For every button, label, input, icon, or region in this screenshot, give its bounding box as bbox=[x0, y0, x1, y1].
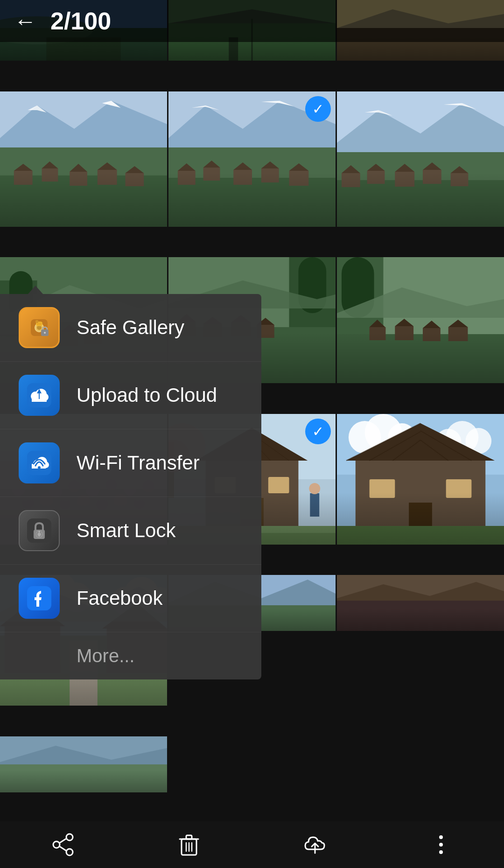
photo-cell[interactable] bbox=[337, 414, 504, 545]
share-button[interactable] bbox=[44, 826, 82, 863]
svg-rect-24 bbox=[126, 173, 144, 186]
upload-cloud-icon bbox=[19, 375, 60, 416]
share-menu: Safe Gallery Upload to Cloud bbox=[0, 294, 261, 679]
svg-rect-144 bbox=[356, 461, 485, 535]
svg-rect-22 bbox=[98, 170, 117, 185]
photo-cell[interactable] bbox=[337, 257, 504, 383]
svg-rect-212 bbox=[186, 835, 192, 839]
svg-point-218 bbox=[439, 843, 443, 847]
more-options-icon bbox=[429, 833, 453, 857]
photo-cell[interactable]: ✓ bbox=[168, 91, 336, 227]
more-label: More... bbox=[19, 645, 134, 666]
photo-cell[interactable] bbox=[337, 575, 504, 631]
svg-rect-54 bbox=[423, 170, 441, 184]
svg-point-217 bbox=[439, 835, 443, 839]
svg-point-205 bbox=[66, 834, 73, 840]
facebook-label: Facebook bbox=[77, 587, 162, 609]
svg-point-206 bbox=[53, 841, 60, 848]
lock-icon-svg bbox=[27, 518, 51, 543]
smart-lock-label: Smart Lock bbox=[77, 519, 175, 542]
svg-rect-18 bbox=[42, 168, 58, 182]
svg-rect-153 bbox=[409, 503, 432, 535]
share-icon bbox=[51, 833, 75, 857]
menu-item-more[interactable]: More... bbox=[0, 632, 261, 679]
svg-rect-177 bbox=[0, 764, 167, 792]
svg-rect-15 bbox=[0, 175, 167, 227]
svg-rect-40 bbox=[289, 171, 309, 186]
facebook-icon-svg bbox=[27, 586, 51, 610]
wifi-icon-svg bbox=[27, 451, 51, 475]
svg-point-185 bbox=[44, 332, 46, 334]
safe-gallery-label: Safe Gallery bbox=[77, 316, 184, 339]
svg-rect-174 bbox=[337, 598, 504, 631]
svg-rect-130 bbox=[268, 477, 289, 493]
svg-rect-32 bbox=[178, 171, 196, 185]
menu-item-facebook[interactable]: Facebook bbox=[0, 565, 261, 632]
menu-item-smart-lock[interactable]: Smart Lock bbox=[0, 497, 261, 565]
svg-rect-46 bbox=[337, 152, 504, 227]
svg-rect-31 bbox=[168, 178, 336, 227]
more-options-button[interactable] bbox=[422, 826, 460, 863]
svg-rect-14 bbox=[0, 147, 167, 227]
svg-rect-30 bbox=[168, 147, 336, 227]
svg-line-208 bbox=[60, 839, 66, 843]
svg-point-197 bbox=[38, 466, 41, 469]
svg-rect-20 bbox=[70, 172, 87, 186]
upload-button[interactable] bbox=[296, 826, 334, 863]
svg-rect-34 bbox=[203, 168, 220, 181]
svg-rect-89 bbox=[370, 327, 386, 340]
svg-rect-16 bbox=[14, 171, 33, 185]
lock-camera-icon bbox=[27, 315, 51, 340]
svg-rect-38 bbox=[261, 168, 279, 182]
header: ← 2/100 bbox=[0, 0, 504, 42]
photo-cell[interactable] bbox=[0, 91, 167, 227]
wifi-transfer-icon bbox=[19, 442, 60, 483]
photo-cell[interactable] bbox=[0, 736, 167, 792]
svg-rect-88 bbox=[337, 334, 504, 383]
svg-rect-132 bbox=[310, 493, 319, 517]
svg-rect-95 bbox=[448, 327, 468, 341]
menu-item-safe-gallery[interactable]: Safe Gallery bbox=[0, 294, 261, 362]
photo-cell[interactable] bbox=[337, 91, 504, 227]
svg-rect-93 bbox=[423, 328, 441, 341]
svg-rect-201 bbox=[39, 534, 40, 537]
photo-selected-badge: ✓ bbox=[305, 96, 331, 122]
menu-item-wifi-transfer[interactable]: Wi-Fi Transfer bbox=[0, 429, 261, 497]
delete-button[interactable] bbox=[170, 826, 208, 863]
svg-rect-183 bbox=[35, 320, 38, 323]
smart-lock-icon bbox=[19, 510, 60, 551]
safe-gallery-icon bbox=[19, 307, 60, 348]
menu-arrow bbox=[28, 286, 43, 294]
svg-point-133 bbox=[309, 483, 320, 494]
upload-cloud-label: Upload to Cloud bbox=[77, 384, 217, 406]
svg-rect-50 bbox=[367, 171, 385, 184]
svg-rect-52 bbox=[395, 172, 414, 187]
svg-rect-91 bbox=[395, 326, 413, 340]
svg-rect-48 bbox=[342, 173, 360, 187]
svg-rect-56 bbox=[451, 173, 469, 186]
cloud-upload-icon-svg bbox=[27, 383, 51, 407]
svg-point-219 bbox=[439, 850, 443, 854]
svg-point-207 bbox=[66, 849, 73, 855]
photo-counter: 2/100 bbox=[50, 7, 111, 35]
bottom-toolbar bbox=[0, 821, 504, 868]
delete-icon bbox=[177, 833, 201, 857]
photo-selected-badge: ✓ bbox=[305, 419, 331, 444]
svg-line-209 bbox=[60, 847, 66, 851]
back-button[interactable]: ← bbox=[14, 8, 36, 34]
svg-rect-151 bbox=[370, 479, 395, 498]
wifi-transfer-label: Wi-Fi Transfer bbox=[77, 452, 200, 474]
svg-rect-154 bbox=[337, 526, 504, 545]
svg-rect-47 bbox=[337, 180, 504, 227]
svg-rect-152 bbox=[446, 479, 472, 498]
upload-icon bbox=[303, 833, 327, 857]
menu-item-upload-cloud[interactable]: Upload to Cloud bbox=[0, 362, 261, 429]
facebook-icon bbox=[19, 578, 60, 619]
svg-rect-36 bbox=[233, 170, 252, 185]
